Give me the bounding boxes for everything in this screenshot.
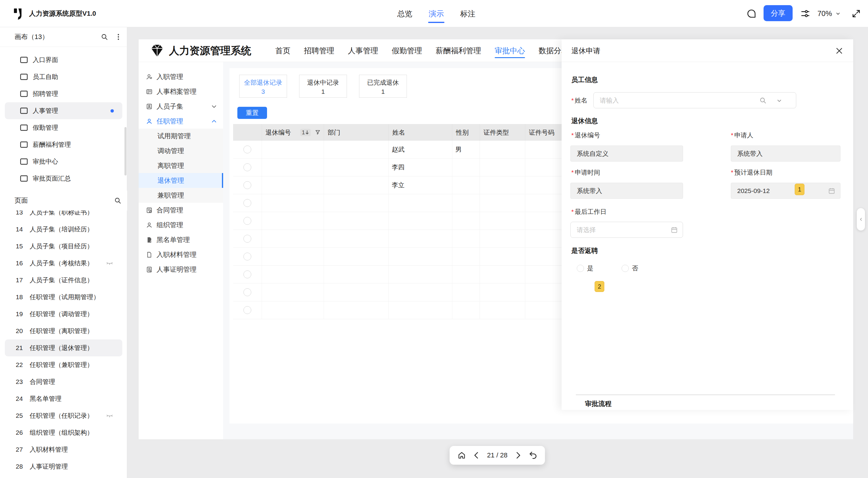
page-list-item[interactable]: 24 黑名单管理 bbox=[5, 390, 122, 407]
record-stat-tab[interactable]: 退休中记录 1 bbox=[299, 75, 347, 98]
page-list-item[interactable]: 18 任职管理（试用期管理） bbox=[5, 288, 122, 306]
page-list-item[interactable]: 26 组织管理（组织架构） bbox=[5, 424, 122, 441]
zoom-control[interactable]: 70% bbox=[817, 0, 841, 27]
radio-circle[interactable] bbox=[577, 265, 584, 272]
chevron-down-icon[interactable] bbox=[776, 97, 783, 104]
calendar-icon[interactable] bbox=[828, 187, 835, 195]
prev-page-icon[interactable] bbox=[472, 451, 481, 459]
rehire-radio-option[interactable]: 是 bbox=[577, 264, 593, 273]
row-radio[interactable] bbox=[243, 252, 251, 261]
menu-item[interactable]: 入职材料管理 bbox=[139, 247, 223, 262]
retire-no-input: 系统自定义 bbox=[570, 145, 683, 162]
page-list-item[interactable]: 14 人员子集（培训经历） bbox=[5, 221, 122, 238]
reset-button[interactable]: 重置 bbox=[237, 107, 267, 119]
viewer-mode-tab[interactable]: 演示 bbox=[428, 3, 444, 24]
row-radio[interactable] bbox=[243, 163, 251, 171]
page-list-item[interactable]: 15 人员子集（项目经历） bbox=[5, 238, 122, 255]
submenu-item[interactable]: 退休管理 bbox=[139, 173, 223, 188]
cell-department bbox=[324, 141, 389, 158]
eye-closed-icon[interactable] bbox=[106, 412, 113, 419]
next-page-icon[interactable] bbox=[514, 451, 522, 459]
eye-closed-icon[interactable] bbox=[106, 260, 113, 267]
page-list-item[interactable]: 17 人员子集（证件信息） bbox=[5, 272, 122, 288]
page-list-item[interactable]: 27 入职材料管理 bbox=[5, 441, 122, 458]
row-radio[interactable] bbox=[243, 181, 251, 189]
expect-date-input[interactable]: 2025-09-12 1 bbox=[731, 183, 840, 199]
home-icon[interactable] bbox=[458, 451, 466, 459]
annotation-badge-2[interactable]: 2 bbox=[595, 281, 604, 292]
row-radio[interactable] bbox=[243, 288, 251, 296]
submenu-item[interactable]: 试用期管理 bbox=[139, 129, 223, 143]
canvas-list-item[interactable]: 员工自助 bbox=[5, 68, 122, 85]
app-nav-item[interactable]: 薪酬福利管理 bbox=[436, 41, 481, 60]
radio-circle[interactable] bbox=[622, 265, 629, 272]
comment-icon[interactable] bbox=[747, 9, 756, 19]
row-radio[interactable] bbox=[243, 217, 251, 225]
app-nav-item[interactable]: 审批中心 bbox=[495, 41, 525, 60]
name-input[interactable]: 请输入 bbox=[593, 92, 796, 108]
menu-item[interactable]: 人员子集 bbox=[139, 99, 223, 114]
fullscreen-icon[interactable] bbox=[851, 9, 861, 19]
close-icon[interactable] bbox=[835, 46, 843, 55]
canvas-list-item[interactable]: 审批页面汇总 bbox=[5, 170, 122, 187]
collapse-panel-handle[interactable] bbox=[857, 208, 865, 231]
doc-dark-icon bbox=[146, 237, 153, 243]
cell-gender bbox=[452, 248, 480, 265]
page-list-item[interactable]: 23 合同管理 bbox=[5, 373, 122, 390]
canvas-list-item[interactable]: 入口界面 bbox=[5, 52, 122, 68]
kebab-menu-icon[interactable] bbox=[115, 33, 122, 41]
menu-item[interactable]: 合同管理 bbox=[139, 203, 223, 217]
page-list-item[interactable]: 16 人员子集（考核结果） bbox=[5, 255, 122, 272]
app-nav-item[interactable]: 招聘管理 bbox=[304, 41, 334, 60]
annotation-badge-1[interactable]: 1 bbox=[795, 184, 804, 195]
canvas-list-item[interactable]: 审批中心 bbox=[5, 153, 122, 170]
canvas-list-item[interactable]: 薪酬福利管理 bbox=[5, 136, 122, 153]
share-button[interactable]: 分享 bbox=[764, 5, 793, 21]
row-radio[interactable] bbox=[243, 270, 251, 278]
applicant-input: 系统带入 bbox=[731, 145, 840, 162]
app-nav-item[interactable]: 假勤管理 bbox=[392, 41, 422, 60]
restart-icon[interactable] bbox=[529, 451, 537, 459]
page-number: 16 bbox=[16, 260, 30, 267]
canvas-list-item[interactable]: 人事管理 bbox=[5, 102, 122, 119]
last-day-input[interactable]: 请选择 bbox=[570, 222, 683, 238]
submenu-item[interactable]: 调动管理 bbox=[139, 143, 223, 158]
calendar-icon[interactable] bbox=[671, 226, 678, 234]
page-list-item[interactable]: 22 任职管理（兼职管理） bbox=[5, 356, 122, 373]
settings-sliders-icon[interactable] bbox=[801, 9, 810, 19]
menu-item[interactable]: 组织管理 bbox=[139, 217, 223, 232]
app-nav-item[interactable]: 人事管理 bbox=[348, 41, 378, 60]
search-icon[interactable] bbox=[114, 197, 122, 205]
row-radio[interactable] bbox=[243, 145, 251, 153]
search-icon[interactable] bbox=[100, 33, 108, 41]
cell-name bbox=[389, 194, 452, 212]
page-list-item[interactable]: 21 任职管理（退休管理） bbox=[5, 339, 122, 356]
canvas-list-item[interactable]: 假勤管理 bbox=[5, 119, 122, 136]
menu-item[interactable]: 黑名单管理 bbox=[139, 232, 223, 247]
menu-item[interactable]: 任职管理 bbox=[139, 114, 223, 129]
page-list-item[interactable]: 20 任职管理（离职管理） bbox=[5, 322, 122, 339]
page-number: 28 bbox=[16, 463, 30, 470]
menu-item[interactable]: 人事档案管理 bbox=[139, 84, 223, 99]
menu-item[interactable]: 入职管理 bbox=[139, 69, 223, 84]
viewer-mode-tab[interactable]: 标注 bbox=[460, 3, 476, 24]
record-stat-tab[interactable]: 全部退休记录 3 bbox=[239, 75, 287, 98]
row-radio[interactable] bbox=[243, 199, 251, 207]
canvas-list-item[interactable]: 招聘管理 bbox=[5, 85, 122, 102]
viewer-mode-tab[interactable]: 总览 bbox=[397, 3, 413, 24]
search-icon[interactable] bbox=[759, 97, 767, 104]
row-radio[interactable] bbox=[243, 235, 251, 243]
page-list-item[interactable]: 25 任职管理（任职记录） bbox=[5, 407, 122, 424]
menu-item[interactable]: 人事证明管理 bbox=[139, 262, 223, 277]
page-list-item[interactable]: 28 人事证明管理 bbox=[5, 458, 122, 475]
record-stat-tab[interactable]: 已完成退休 1 bbox=[359, 75, 407, 98]
page-list-item[interactable]: 19 任职管理（调动管理） bbox=[5, 306, 122, 322]
sort-icon[interactable]: 1 bbox=[300, 129, 311, 136]
app-nav-item[interactable]: 首页 bbox=[275, 41, 290, 60]
submenu-item[interactable]: 兼职管理 bbox=[139, 188, 223, 203]
scrollbar-thumb[interactable] bbox=[124, 127, 127, 175]
submenu-item[interactable]: 离职管理 bbox=[139, 158, 223, 173]
rehire-radio-option[interactable]: 否 bbox=[622, 264, 638, 273]
filter-funnel-icon[interactable] bbox=[315, 130, 321, 135]
row-radio[interactable] bbox=[243, 306, 251, 314]
